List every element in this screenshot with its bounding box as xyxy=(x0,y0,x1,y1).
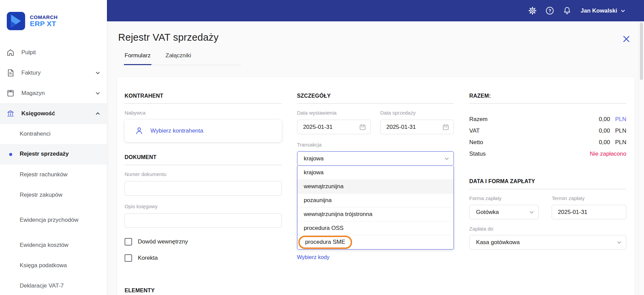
chevron-down-icon xyxy=(616,239,623,246)
sidebar-item-rejestr-sprzedazy[interactable]: Rejestr sprzedaży xyxy=(0,144,107,164)
section-title-dokument: DOKUMENT xyxy=(125,154,282,165)
sidebar-item-label: Księga podatkowa xyxy=(20,261,67,270)
internal-proof-label: Dowód wewnętrzny xyxy=(138,238,188,245)
annotation-highlight-circle: procedura SME xyxy=(298,236,352,249)
sidebar-item-ksiegowosc[interactable]: Księgowość xyxy=(0,103,107,124)
user-menu[interactable]: Jan Kowalski xyxy=(581,7,626,14)
description-input[interactable] xyxy=(125,213,282,228)
correction-checkbox[interactable] xyxy=(125,254,132,262)
sidebar-item-ewidencja-kosztow[interactable]: Ewidencja kosztów xyxy=(0,235,107,255)
page-head: Rejestr VAT sprzedaży xyxy=(117,32,635,43)
sidebar-item-rejestr-rachunkow[interactable]: Rejestr rachunków xyxy=(0,164,107,185)
sum-label: Razem xyxy=(469,116,487,123)
due-date-field: Termin zapłaty 2025-01-31 xyxy=(552,189,626,219)
chevron-down-icon xyxy=(620,8,626,14)
sidebar-item-label: Ewidencja kosztów xyxy=(20,241,69,250)
close-icon[interactable] xyxy=(622,35,631,43)
due-date-label: Termin zapłaty xyxy=(552,195,626,201)
chevron-down-icon xyxy=(95,90,101,96)
logo-brand: COMARCH xyxy=(30,15,58,20)
question-mark-circle-icon[interactable]: ? xyxy=(545,6,554,15)
sidebar-item-label: Rejestr sprzedaży xyxy=(20,150,69,158)
calendar-icon[interactable] xyxy=(442,123,449,131)
correction-checkbox-row[interactable]: Korekta xyxy=(125,254,282,262)
due-date-value: 2025-01-31 xyxy=(558,209,587,216)
status-badge: Nie zapłacono xyxy=(590,151,626,157)
vertical-scrollbar[interactable] xyxy=(639,21,644,295)
transaction-option-wewnatrzunijna-trojstronna[interactable]: wewnątrzunijna trójstronna xyxy=(297,208,454,221)
tab-formularz[interactable]: Formularz xyxy=(124,52,151,65)
sum-currency: PLN xyxy=(610,127,626,134)
chevron-down-icon xyxy=(528,209,535,216)
sale-date-field: Data sprzedaży 2025-01-31 xyxy=(380,104,454,134)
page-title: Rejestr VAT sprzedaży xyxy=(118,32,219,43)
internal-proof-checkbox[interactable] xyxy=(125,238,132,245)
section-title-elementy: ELEMENTY xyxy=(125,288,626,295)
sidebar-item-label: Ewidencja przychodów xyxy=(20,216,78,224)
issue-date-field: Data wystawienia 2025-01-31 xyxy=(297,104,371,134)
transaction-option-procedura-oss[interactable]: procedura OSS xyxy=(297,221,454,235)
select-contractor-label: Wybierz kontrahenta xyxy=(150,127,203,134)
logo[interactable]: COMARCH ERP XT xyxy=(0,0,107,31)
internal-proof-checkbox-row[interactable]: Dowód wewnętrzny xyxy=(125,238,282,245)
transaction-value: krajowa xyxy=(304,155,324,162)
column-szczegoly: SZCZEGÓŁY Data wystawienia 2025-01-31 xyxy=(297,93,454,262)
sidebar-item-kontrahenci[interactable]: Kontrahenci xyxy=(0,124,107,144)
transaction-select[interactable]: krajowa xyxy=(297,151,454,166)
sidebar-item-faktury[interactable]: Faktury xyxy=(0,63,107,83)
currency-selector[interactable]: PLN xyxy=(610,116,626,123)
sidebar-item-label: Faktury xyxy=(21,70,41,76)
form-grid: KONTRAHENT Nabywca Wybierz kontrahenta D… xyxy=(125,93,626,262)
doc-number-input[interactable] xyxy=(125,181,282,196)
select-contractor-button[interactable]: Wybierz kontrahenta xyxy=(125,120,282,142)
tab-bar: Formularz Załączniki xyxy=(124,52,241,65)
sidebar-item-deklaracje-vat7[interactable]: Deklaracje VAT-7 xyxy=(0,276,107,295)
content-area: Rejestr VAT sprzedaży Formularz Załączni… xyxy=(107,21,644,295)
main-area: ? Jan Kowalski Rejestr VAT sprzedaży xyxy=(107,0,644,295)
section-title-szczegoly: SZCZEGÓŁY xyxy=(297,93,454,104)
sidebar-item-pulpit[interactable]: Pulpit xyxy=(0,42,107,63)
sale-date-value: 2025-01-31 xyxy=(386,124,416,131)
transaction-option-krajowa[interactable]: krajowa xyxy=(297,166,454,180)
sidebar-item-label: Kontrahenci xyxy=(20,130,51,138)
gear-icon[interactable] xyxy=(528,6,537,15)
sidebar-item-ksiega-podatkowa[interactable]: Księga podatkowa xyxy=(0,255,107,276)
sale-date-input[interactable]: 2025-01-31 xyxy=(380,120,454,134)
logo-text: COMARCH ERP XT xyxy=(30,15,58,28)
pay-to-select[interactable]: Kasa gotówkowa xyxy=(469,235,626,250)
transaction-option-wewnatrzunijna[interactable]: wewnątrzunijna xyxy=(297,180,454,194)
issue-date-input[interactable]: 2025-01-31 xyxy=(297,120,371,134)
payment-form-label: Forma zapłaty xyxy=(469,195,539,201)
chevron-up-icon xyxy=(95,111,101,117)
sum-label: VAT xyxy=(469,127,480,134)
section-title-kontrahent: KONTRAHENT xyxy=(125,93,282,104)
calendar-icon[interactable] xyxy=(359,123,366,131)
doc-number-label: Numer dokumentu xyxy=(125,171,282,177)
transaction-option-pozaunijna[interactable]: pozaunijna xyxy=(297,194,454,208)
status-row: Status Nie zapłacono xyxy=(469,151,626,157)
sidebar-item-label: Pulpit xyxy=(21,49,36,56)
payment-form-field: Forma zapłaty Gotówka xyxy=(469,189,539,219)
sum-row-razem: Razem 0,00 PLN xyxy=(469,116,626,123)
correction-label: Korekta xyxy=(138,255,158,261)
due-date-input[interactable]: 2025-01-31 xyxy=(552,205,626,219)
sidebar-item-ewidencja-przychodow[interactable]: Ewidencja przychodów xyxy=(0,205,107,235)
bank-icon xyxy=(6,109,15,118)
section-title-platnosc: DATA I FORMA ZAPŁATY xyxy=(469,178,626,189)
scrollbar-thumb[interactable] xyxy=(640,22,643,80)
select-codes-link[interactable]: Wybierz kody xyxy=(297,254,330,260)
active-item-dot xyxy=(9,153,12,156)
app-root: COMARCH ERP XT Pulpit Faktury xyxy=(0,0,644,295)
buyer-label: Nabywca xyxy=(125,110,282,116)
pay-to-label: Zapłata do xyxy=(469,226,626,232)
sidebar-item-magazyn[interactable]: Magazyn xyxy=(0,83,107,103)
status-label: Status xyxy=(469,151,485,157)
tab-zalaczniki[interactable]: Załączniki xyxy=(165,52,192,65)
sidebar-item-rejestr-zakupow[interactable]: Rejestr zakupów xyxy=(0,185,107,205)
transaction-option-procedura-sme[interactable]: procedura SME xyxy=(297,235,454,249)
sum-value: 0,00 xyxy=(599,127,610,134)
payment-form-value: Gotówka xyxy=(476,209,499,216)
bell-icon[interactable] xyxy=(563,6,572,15)
payment-form-select[interactable]: Gotówka xyxy=(469,205,539,219)
issue-date-value: 2025-01-31 xyxy=(303,124,333,131)
